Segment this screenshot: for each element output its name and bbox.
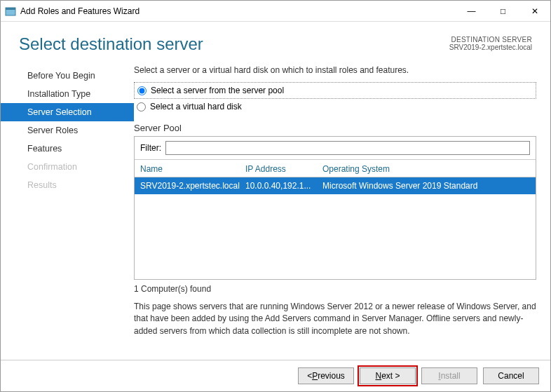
page-note: This page shows servers that are running…	[134, 301, 536, 337]
wizard-steps-sidebar: Before You Begin Installation Type Serve…	[1, 61, 134, 360]
col-header-name[interactable]: Name	[140, 164, 245, 174]
server-ip-cell: 10.0.0.40,192.1...	[245, 181, 322, 191]
step-server-selection[interactable]: Server Selection	[1, 103, 134, 121]
radio-vhd-label: Select a virtual hard disk	[150, 102, 242, 111]
destination-label: DESTINATION SERVER	[449, 36, 532, 43]
wizard-icon	[5, 6, 16, 17]
minimize-button[interactable]: —	[456, 1, 487, 22]
server-name-cell: SRV2019-2.xpertstec.local	[140, 181, 245, 191]
radio-vhd[interactable]: Select a virtual hard disk	[134, 102, 536, 111]
server-row[interactable]: SRV2019-2.xpertstec.local 10.0.0.40,192.…	[135, 177, 536, 194]
radio-group-target: Select a server from the server pool	[134, 82, 536, 99]
close-button[interactable]: ✕	[519, 1, 550, 22]
wizard-footer: < PPreviousrevious Next >Next > InstallI…	[1, 360, 550, 391]
wizard-body: Before You Begin Installation Type Serve…	[1, 61, 550, 360]
filter-input[interactable]	[165, 141, 530, 155]
server-os-cell: Microsoft Windows Server 2019 Standard	[322, 181, 530, 191]
titlebar: Add Roles and Features Wizard — □ ✕	[1, 1, 550, 22]
step-confirmation: Confirmation	[1, 158, 134, 176]
col-header-ip[interactable]: IP Address	[245, 164, 322, 174]
radio-vhd-input[interactable]	[137, 102, 146, 111]
page-header: Select destination server DESTINATION SE…	[1, 22, 550, 61]
cancel-button[interactable]: Cancel	[483, 367, 539, 384]
previous-button[interactable]: < PPreviousrevious	[298, 367, 354, 384]
radio-server-pool-label: Select a server from the server pool	[151, 86, 284, 95]
next-button[interactable]: Next >Next >	[360, 367, 416, 384]
server-grid-body: SRV2019-2.xpertstec.local 10.0.0.40,192.…	[135, 177, 536, 279]
step-installation-type[interactable]: Installation Type	[1, 85, 134, 103]
filter-label: Filter:	[140, 143, 161, 153]
filter-row: Filter:	[135, 137, 536, 160]
server-pool-box: Filter: Name IP Address Operating System…	[134, 136, 536, 280]
step-before-you-begin[interactable]: Before You Begin	[1, 67, 134, 85]
main-panel: Select a server or a virtual hard disk o…	[134, 61, 536, 360]
step-results: Results	[1, 176, 134, 194]
col-header-os[interactable]: Operating System	[322, 164, 530, 174]
computers-found-text: 1 Computer(s) found	[134, 284, 536, 294]
page-title: Select destination server	[19, 34, 449, 54]
svg-rect-1	[6, 8, 15, 10]
intro-text: Select a server or a virtual hard disk o…	[134, 65, 536, 75]
server-pool-label: Server Pool	[134, 123, 536, 133]
radio-server-pool-input[interactable]	[137, 86, 147, 95]
server-grid-header: Name IP Address Operating System	[135, 160, 536, 177]
destination-info: DESTINATION SERVER SRV2019-2.xpertstec.l…	[449, 34, 532, 51]
maximize-button[interactable]: □	[487, 1, 519, 22]
step-server-roles[interactable]: Server Roles	[1, 121, 134, 140]
install-button: InstallInstall	[421, 367, 477, 384]
step-features[interactable]: Features	[1, 140, 134, 158]
radio-server-pool[interactable]: Select a server from the server pool	[137, 86, 533, 95]
window-title: Add Roles and Features Wizard	[20, 6, 456, 16]
destination-server-name: SRV2019-2.xpertstec.local	[449, 43, 532, 51]
